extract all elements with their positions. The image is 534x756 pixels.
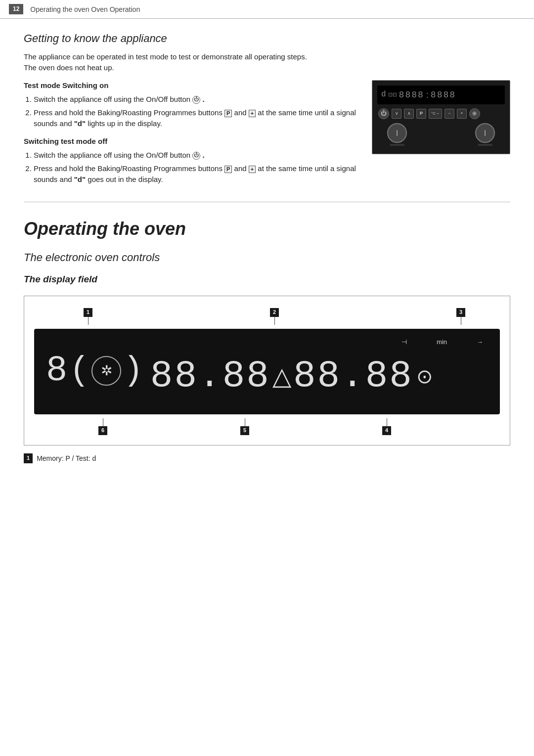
seg-triangle: △ [272,364,291,389]
callout-num-3: 3 [456,308,465,317]
oven-on-off-btn[interactable]: ⏻ [378,108,389,119]
test-mode-on-title: Test mode Switching on [24,80,357,91]
clock-icon: ⊙ [416,362,433,391]
callout-num-4: 4 [382,426,391,435]
intro-text: The appliance can be operated in test mo… [24,51,320,73]
callout-1: 1 [84,308,92,325]
arrow-right-top: → [477,338,483,347]
page-header: 12 Operating the oven Oven Operation [0,0,534,19]
test-mode-on-list: Switch the appliance off using the On/Of… [24,94,357,129]
two-col-layout: Test mode Switching on Switch the applia… [24,80,510,192]
oven-control-image: d ⊡⊡ 8888 : 8888 ⏻ ∨ ∧ P °C↔ − + ⊕ [372,80,510,192]
callout-line-4 [387,418,387,426]
fan-symbol: ✲ [101,361,112,381]
min-label: min [437,338,447,347]
callout-num-6: 6 [98,426,107,435]
oven-p-btn[interactable]: P [416,109,426,119]
oven-c-btn[interactable]: °C↔ [429,109,442,119]
callout-line-5 [245,418,245,426]
seg-digits-left: 88.88 [150,349,270,403]
section2-title: Operating the oven [24,216,510,242]
callout-3: 3 [456,308,465,325]
on-off-icon: ⏻ [192,96,200,104]
section1-title: Getting to know the appliance [24,31,510,46]
callout-4: 4 [382,418,391,435]
callout-line-2 [274,317,275,325]
display-field-title: The display field [24,272,510,286]
oven-plus-btn[interactable]: + [457,109,467,119]
test-mode-off-list: Switch the appliance off using the On/Of… [24,150,357,185]
header-title: Operating the oven Oven Operation [30,4,140,14]
and-text: and [234,164,249,173]
oven-panel: d ⊡⊡ 8888 : 8888 ⏻ ∨ ∧ P °C↔ − + ⊕ [372,80,510,154]
p-button-icon-2: P [224,166,232,173]
oven-up-btn[interactable]: ∧ [404,109,414,119]
callout-line-6 [103,418,103,426]
seg-b-char: 8 [46,353,67,389]
callout-5: 5 [240,418,249,435]
oven-down-btn[interactable]: ∨ [392,109,401,119]
arrow-in-right-top: ⊣ [401,338,407,347]
legend-badge-1: 1 [24,453,33,463]
callout-2: 2 [270,308,279,325]
text-column: Test mode Switching on Switch the applia… [24,80,357,192]
legend-row: 1 Memory: P / Test: d [24,453,510,463]
legend-text-1: Memory: P / Test: d [37,453,96,463]
oven-extra-btn[interactable]: ⊕ [469,108,480,119]
list-item: Press and hold the Baking/Roasting Pro­g… [34,107,357,129]
on-off-icon-2: ⏻ [192,152,200,160]
callout-num-2: 2 [270,308,279,317]
test-mode-off-title: Switching test mode off [24,136,357,147]
page-number: 12 [9,4,23,14]
plus-button-icon-2: + [249,166,256,173]
callout-line-3 [461,317,461,325]
section2-subtitle: The electronic oven controls [24,250,510,266]
main-content: Getting to know the appliance The applia… [0,31,534,463]
seg-digits-right: 88.88 [293,349,413,403]
callout-num-1: 1 [84,308,92,317]
oven-minus-btn[interactable]: − [445,109,454,119]
plus-button-icon: + [249,110,256,117]
callout-6: 6 [98,418,107,435]
callout-line-1 [88,317,89,325]
p-button-icon: P [224,110,232,117]
list-item: Switch the appliance off using the On/Of… [34,150,357,161]
callout-num-5: 5 [240,426,249,435]
display-field-container: 1 2 3 8 ( ✲ [24,296,510,445]
list-item: Press and hold the Baking/Roasting Progr… [34,163,357,185]
list-item: Switch the appliance off using the On/Of… [34,94,357,105]
section-divider [24,202,510,202]
big-display-panel: 8 ( ✲ ) ⊣ min → [34,329,500,414]
